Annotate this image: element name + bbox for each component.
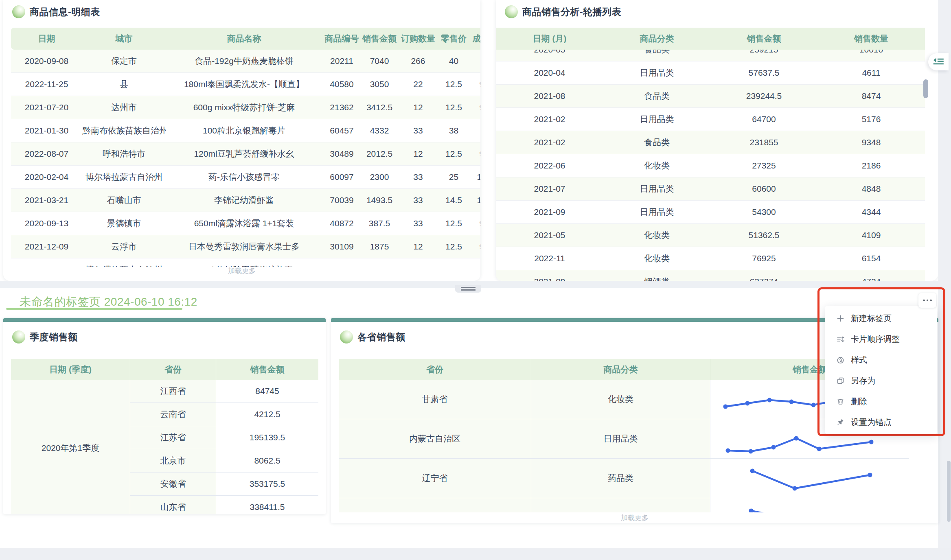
- column-header: 订购数量: [398, 28, 438, 50]
- cell: 2021-03-21: [11, 189, 82, 212]
- table-row[interactable]: 2020-04日用品类57637.54611: [496, 61, 925, 85]
- page-scrollbar-thumb[interactable]: [947, 461, 951, 522]
- cell: 2021-02: [496, 131, 603, 154]
- cell: 33: [398, 189, 438, 212]
- table-row[interactable]: 2022-08-07呼和浩特市120ml豆乳芦荟舒缓补水幺304892012.5…: [11, 142, 480, 166]
- reorder-icon: [836, 335, 845, 343]
- cell: 12.5: [438, 212, 469, 235]
- cell-amount: 338411.5: [216, 496, 318, 514]
- load-more-button[interactable]: 加载更多: [3, 266, 480, 276]
- table-row[interactable]: 甘肃省化妆类: [339, 380, 909, 419]
- table-row[interactable]: 2021-05化妆类51362.54109: [496, 224, 925, 247]
- cell-category: 化妆类: [531, 380, 710, 419]
- cell: 54300: [710, 201, 817, 223]
- cell: 12.5: [438, 96, 469, 119]
- cell: 12: [398, 235, 438, 258]
- cell: 239244.5: [710, 85, 817, 107]
- carousel-rows: 2020-05食品类259215100102020-04日用品类57637.54…: [496, 38, 925, 281]
- cell: 12: [398, 142, 438, 165]
- table-row[interactable]: 2022-11化妆类769256154: [496, 247, 925, 270]
- column-header: 城市: [82, 28, 166, 50]
- table-header-row: 日期 (月)商品分类销售金额销售数量: [496, 28, 925, 50]
- table-row[interactable]: 2021-12-09云浮市日本曼秀雷敦润唇膏水果士多3010918751212.…: [11, 235, 480, 258]
- table-row[interactable]: 内蒙古自治区日用品类: [339, 419, 909, 459]
- more-options-button[interactable]: [918, 293, 936, 308]
- cell: 9: [469, 258, 480, 267]
- table-row[interactable]: 2022-06化妆类273252186: [496, 154, 925, 177]
- table-row[interactable]: 2020-02-04博尔塔拉蒙古自治州药-乐信小孩感冒零600972300332…: [11, 166, 480, 189]
- cell: 化妆类: [603, 247, 710, 270]
- cell: 30489: [322, 142, 361, 165]
- table-row[interactable]: 2021-08食品类239244.58474: [496, 85, 925, 108]
- table-row[interactable]: 2020-09-08保定市食品-192g牛奶燕麦脆棒饼2021170402664…: [11, 50, 480, 73]
- cell: 18.5: [469, 166, 480, 188]
- merged-quarter-cell: 2020年第1季度: [11, 380, 130, 514]
- table-row[interactable]: 山东省338411.5: [130, 496, 318, 514]
- cell: 黔南布依族苗族自治州: [82, 119, 166, 142]
- table-row[interactable]: 2021-09烟酒类6272744724: [496, 270, 925, 281]
- cell: 2186: [817, 154, 925, 177]
- cell: 4611: [817, 61, 925, 84]
- menu-item-新建标签页[interactable]: 新建标签页: [825, 308, 937, 329]
- cell: 40872: [322, 212, 361, 235]
- menu-item-卡片顺序调整[interactable]: 卡片顺序调整: [825, 329, 937, 350]
- menu-item-设置为锚点[interactable]: 设置为锚点: [825, 412, 937, 433]
- cell: 化妆类: [603, 224, 710, 247]
- cell: 650ml滴露沐浴露 1+1套装: [166, 212, 322, 235]
- table-row[interactable]: 2020-09-13景德镇市650ml滴露沐浴露 1+1套装40872387.5…: [11, 212, 480, 235]
- cell: 266: [398, 50, 438, 72]
- cell-category: 药品类: [531, 459, 710, 498]
- load-more-button[interactable]: 加载更多: [331, 513, 938, 523]
- resize-drag-handle[interactable]: [455, 285, 481, 293]
- table-row[interactable]: 2021-07日用品类606004848: [496, 177, 925, 201]
- table-row[interactable]: 江苏省195139.5: [130, 426, 318, 449]
- column-header: 省份: [130, 359, 216, 380]
- table-row[interactable]: 2021-09日用品类543004344: [496, 201, 925, 224]
- cell: 1932.5: [361, 258, 398, 267]
- cell: 33: [398, 119, 438, 142]
- menu-item-另存为[interactable]: 另存为: [825, 370, 937, 391]
- cell: 20: [469, 119, 480, 142]
- menu-item-删除[interactable]: 删除: [825, 391, 937, 412]
- cell: 化妆类: [603, 154, 710, 177]
- column-header: 商品编号: [322, 28, 361, 50]
- cell: 保定市: [82, 50, 166, 72]
- cell: 2020-09-08: [11, 50, 82, 72]
- leaf-icon: [505, 5, 518, 18]
- table-row[interactable]: 2021-01-30黔南布依族苗族自治州100粒北京银翘解毒片604574332…: [11, 119, 480, 142]
- card-title: 商品销售分析-轮播列表: [522, 6, 621, 18]
- menu-item-样式[interactable]: 样式: [825, 350, 937, 370]
- table-row[interactable]: 云南省4212.5: [130, 403, 318, 426]
- cell: 8474: [817, 85, 925, 107]
- column-header: 零售价: [438, 28, 469, 50]
- cell: 9.5: [469, 142, 480, 165]
- table-row[interactable]: 2021-07-20达州市600g mixx特级苏打饼-芝麻213623412.…: [11, 96, 480, 119]
- column-header: 日期 (月): [496, 28, 603, 50]
- table-row[interactable]: 2021-02食品类2318559348: [496, 131, 925, 154]
- card-header: 商品信息-明细表: [12, 5, 100, 18]
- collapse-panel-button[interactable]: [928, 53, 949, 70]
- table-row[interactable]: 辽宁省药品类: [339, 459, 909, 498]
- menu-item-label: 设置为锚点: [851, 417, 892, 428]
- table-row[interactable]: 安徽省353175.5: [130, 472, 318, 496]
- cell: 12: [398, 258, 438, 267]
- column-header: 日期: [11, 28, 82, 50]
- cell: 2021-09: [496, 270, 603, 281]
- cell: 药-乐信小孩感冒零: [166, 166, 322, 188]
- table-row[interactable]: 江西省84745: [130, 380, 318, 403]
- tab-unnamed-page[interactable]: 未命名的标签页 2024-06-10 16:12: [20, 294, 197, 310]
- cell: 食品类: [603, 131, 710, 154]
- carousel-scrollbar-thumb[interactable]: [923, 79, 928, 98]
- table-row[interactable]: 北京市8062.5: [130, 449, 318, 472]
- table-row[interactable]: 2022-11-25县180ml泰国飘柔洗发水-【顺直】405803050221…: [11, 73, 480, 96]
- cell: 博尔塔拉蒙古自治州: [82, 166, 166, 188]
- table-header-row: 省份商品分类销售金额: [339, 359, 909, 380]
- cell: 4332: [361, 119, 398, 142]
- cell: 2300: [361, 166, 398, 188]
- table-row[interactable]: 2022-03-15博尔塔拉蒙古自治州90ml 体晨除甲醛倍护礼零3050919…: [11, 258, 480, 267]
- cell-category: [531, 498, 710, 512]
- table-row[interactable]: [339, 498, 909, 512]
- table-row[interactable]: 2021-02日用品类647005176: [496, 108, 925, 131]
- table-row[interactable]: 2021-03-21石嘴山市李锦记幼滑虾酱700391493.53314.510…: [11, 189, 480, 212]
- cell: 2012.5: [361, 142, 398, 165]
